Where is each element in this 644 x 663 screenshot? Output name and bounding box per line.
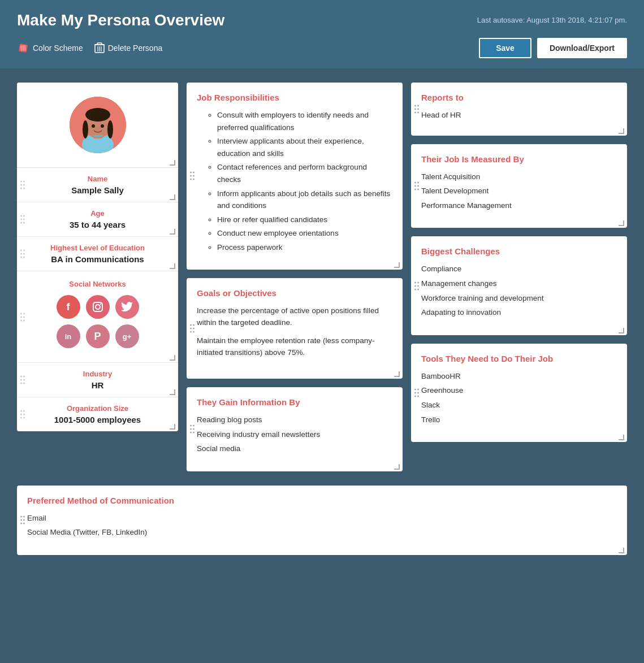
color-scheme-label: Color Scheme: [33, 44, 83, 53]
social-networks-label: Social Networks: [23, 280, 172, 288]
googleplus-icon[interactable]: g+: [115, 324, 139, 348]
resize-handle[interactable]: [619, 548, 624, 553]
education-label: Highest Level of Education: [23, 244, 172, 252]
reports-to-card: Reports to Head of HR: [411, 83, 627, 136]
job-responsibilities-content: Consult with employers to identify needs…: [197, 109, 392, 254]
drag-handle[interactable]: [190, 324, 195, 332]
list-item: Consult with employers to identify needs…: [217, 109, 392, 133]
twitter-icon[interactable]: [115, 295, 139, 319]
drag-handle[interactable]: [414, 181, 419, 190]
svg-point-13: [83, 120, 88, 138]
drag-handle[interactable]: [20, 250, 25, 258]
list-item: Receiving industry email newsletters: [197, 428, 392, 441]
resize-handle[interactable]: [619, 435, 624, 440]
drag-handle[interactable]: [20, 313, 25, 321]
org-size-value: 1001-5000 employees: [23, 415, 172, 424]
goals-card: Goals or Objectives Increase the percent…: [187, 278, 403, 379]
drag-handle[interactable]: [414, 388, 419, 397]
reports-to-content: Head of HR: [421, 109, 617, 122]
industry-label: Industry: [23, 370, 172, 378]
drag-handle[interactable]: [414, 281, 419, 290]
job-measured-card: Their Job Is Measured By Talent Acquisit…: [411, 144, 627, 228]
list-item: BambooHR: [421, 370, 617, 383]
list-item: Increase the percentage of active open p…: [197, 305, 392, 329]
svg-point-18: [96, 305, 100, 309]
resize-handle[interactable]: [394, 262, 400, 268]
resize-handle[interactable]: [170, 424, 175, 430]
resize-handle[interactable]: [170, 355, 175, 361]
tools-title: Tools They Need to Do Their Job: [421, 354, 617, 363]
list-item: Talent Development: [421, 185, 617, 197]
list-item: Reading blog posts: [197, 414, 392, 426]
resize-handle[interactable]: [394, 464, 400, 470]
drag-handle[interactable]: [20, 376, 25, 384]
list-item: Greenhouse: [421, 384, 617, 397]
drag-handle[interactable]: [20, 181, 25, 189]
communication-content: EmailSocial Media (Twitter, FB, LinkedIn…: [27, 512, 617, 539]
drag-handle[interactable]: [20, 410, 25, 419]
pinterest-icon[interactable]: P: [86, 324, 110, 348]
industry-block: Industry HR: [17, 363, 178, 397]
list-item: Management changes: [421, 278, 617, 290]
list-item: Trello: [421, 414, 617, 426]
drag-handle[interactable]: [190, 172, 195, 180]
list-item: Workforce training and development: [421, 292, 617, 305]
job-responsibilities-title: Job Responsibilities: [197, 93, 392, 102]
avatar-section: [17, 83, 178, 168]
resize-handle[interactable]: [619, 128, 624, 134]
list-item: Email: [27, 512, 617, 525]
download-button[interactable]: Download/Export: [537, 38, 627, 58]
resize-handle[interactable]: [619, 328, 624, 333]
gain-info-title: They Gain Information By: [197, 397, 392, 407]
education-block: Highest Level of Education BA in Communi…: [17, 237, 178, 271]
avatar: [70, 97, 126, 153]
resize-handle[interactable]: [170, 194, 175, 200]
communication-card: Preferred Method of Communication EmailS…: [17, 486, 627, 555]
svg-point-19: [100, 304, 101, 305]
list-item: Inform applicants about job details such…: [217, 188, 392, 212]
challenges-card: Biggest Challenges ComplianceManagement …: [411, 236, 627, 335]
instagram-icon[interactable]: [86, 295, 110, 319]
age-value: 35 to 44 years: [23, 220, 172, 229]
save-button[interactable]: Save: [479, 38, 531, 58]
list-item: Slack: [421, 399, 617, 411]
list-item: Talent Acquisition: [421, 171, 617, 183]
autosave-text: Last autosave: August 13th 2018, 4:21:07…: [477, 16, 627, 24]
far-column: Reports to Head of HR Their Job Is Measu…: [411, 83, 627, 471]
industry-value: HR: [23, 380, 172, 390]
svg-point-14: [107, 120, 113, 138]
list-item: Hire or refer qualified candidates: [217, 214, 392, 226]
age-block: Age 35 to 44 years: [17, 202, 178, 237]
communication-title: Preferred Method of Communication: [27, 496, 617, 505]
resize-handle[interactable]: [170, 389, 175, 395]
name-value: Sample Sally: [23, 185, 172, 195]
reports-to-title: Reports to: [421, 93, 617, 102]
resize-handle[interactable]: [394, 371, 400, 377]
drag-handle[interactable]: [20, 215, 25, 224]
resize-handle[interactable]: [619, 220, 624, 226]
svg-point-15: [92, 124, 95, 128]
goals-title: Goals or Objectives: [197, 288, 392, 298]
drag-handle[interactable]: [190, 425, 195, 434]
org-size-label: Organization Size: [23, 404, 172, 413]
svg-point-16: [101, 124, 104, 128]
gain-info-content: Reading blog postsReceiving industry ema…: [197, 414, 392, 455]
drag-handle[interactable]: [414, 105, 419, 113]
resize-handle[interactable]: [170, 229, 175, 235]
social-networks-block: Social Networks f in P: [17, 271, 178, 363]
facebook-icon[interactable]: f: [57, 295, 80, 319]
org-size-block: Organization Size 1001-5000 employees: [17, 397, 178, 431]
delete-persona-button[interactable]: Delete Persona: [94, 42, 163, 54]
drag-handle[interactable]: [20, 516, 25, 525]
list-item: Social Media (Twitter, FB, LinkedIn): [27, 526, 617, 539]
goals-content: Increase the percentage of active open p…: [197, 305, 392, 359]
resize-handle[interactable]: [170, 160, 175, 166]
education-value: BA in Communications: [23, 254, 172, 264]
color-scheme-button[interactable]: Color Scheme: [17, 42, 83, 54]
resize-handle[interactable]: [170, 263, 175, 269]
list-item: Performance Management: [421, 200, 617, 212]
gain-info-card: They Gain Information By Reading blog po…: [187, 387, 403, 471]
name-block: Name Sample Sally: [17, 168, 178, 202]
right-panels: Job Responsibilities Consult with employ…: [187, 83, 627, 471]
linkedin-icon[interactable]: in: [57, 324, 80, 348]
